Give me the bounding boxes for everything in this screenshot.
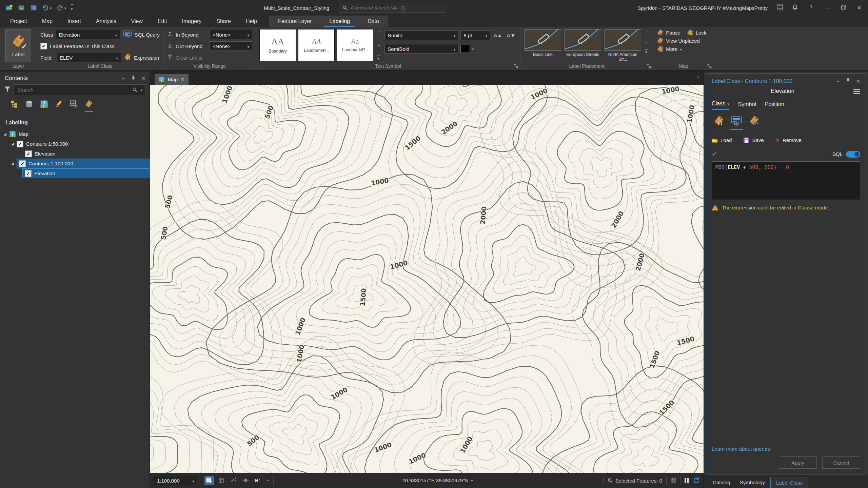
text-style-landform[interactable]: AA Landform/P... (298, 29, 335, 61)
text-color-swatch[interactable] (460, 45, 470, 53)
apply-button[interactable]: Apply (779, 456, 817, 469)
coordinates-readout[interactable]: 20.9330157°E 39.8800979°N (277, 477, 600, 484)
scale-range-icon[interactable] (748, 116, 760, 130)
undo-dropdown-icon[interactable] (50, 5, 52, 11)
gallery-expand-icon[interactable] (377, 56, 380, 61)
map-group-launcher-icon[interactable] (707, 64, 712, 68)
gallery-down-icon[interactable]: ⌄ (377, 43, 380, 47)
learn-more-link[interactable]: Learn more about queries (712, 446, 860, 452)
search-options-icon[interactable] (140, 87, 142, 93)
map-view-tab[interactable]: Map (155, 74, 189, 85)
sql-query-button[interactable]: SQL Query (135, 32, 160, 38)
minimize-button[interactable]: — (824, 5, 832, 11)
more-button[interactable]: More (657, 45, 706, 52)
tab-class[interactable]: Class (712, 101, 729, 110)
label-features-checkbox[interactable] (40, 43, 47, 49)
list-by-selection-icon[interactable] (40, 100, 48, 112)
tree-item-contours-100k[interactable]: Contours 1:100,000 (0, 159, 150, 168)
contents-pin-icon[interactable] (131, 75, 136, 82)
tab-symbology[interactable]: Symbology (736, 477, 769, 488)
close-button[interactable] (855, 5, 863, 11)
contents-search-input[interactable] (17, 87, 130, 93)
tab-symbol[interactable]: Symbol (738, 101, 756, 110)
pro-license-icon[interactable] (776, 4, 783, 12)
tab-analysis[interactable]: Analysis (88, 16, 124, 27)
field-dropdown[interactable]: ELEV (57, 53, 121, 62)
save-project-icon[interactable] (30, 4, 37, 12)
label-toggle-button[interactable]: ✓ Label (5, 29, 31, 62)
pause-labeling-button[interactable]: Pause (657, 29, 680, 36)
status-more-chevron-icon[interactable] (265, 477, 270, 484)
layer-checkbox[interactable] (17, 141, 23, 147)
notifications-icon[interactable] (792, 4, 798, 12)
expression-button[interactable]: Expression (134, 55, 159, 61)
out-beyond-dropdown[interactable]: <None> (210, 41, 252, 51)
tab-labeling[interactable]: Labeling (321, 16, 359, 27)
panel-options-icon[interactable] (853, 89, 860, 94)
text-symbol-launcher-icon[interactable] (513, 64, 518, 68)
view-unplaced-button[interactable]: View Unplaced (657, 37, 706, 44)
command-search[interactable] (339, 3, 446, 13)
lock-labels-button[interactable]: Lock (687, 29, 707, 36)
snapping-icon[interactable] (241, 476, 251, 485)
placement-expand-icon[interactable] (645, 49, 648, 54)
layer-checkbox[interactable] (19, 160, 26, 167)
contents-menu-chevron-icon[interactable] (121, 76, 125, 81)
placement-european-streets[interactable]: European Streets (564, 29, 602, 57)
view-list-chevron-icon[interactable] (696, 74, 700, 80)
tree-item-contours-50k[interactable]: Contours 1:50,000 (0, 139, 150, 149)
tab-insert[interactable]: Insert (60, 16, 88, 27)
expand-icon[interactable] (11, 162, 14, 165)
tab-help[interactable]: Help (238, 16, 264, 27)
increase-font-icon[interactable]: A▲ (492, 33, 504, 38)
list-by-labeling-icon[interactable] (85, 100, 93, 112)
full-extent-icon[interactable] (204, 476, 214, 485)
tab-catalog[interactable]: Catalog (709, 477, 734, 488)
tab-view[interactable]: View (124, 16, 150, 27)
class-dropdown[interactable]: Elevation (56, 30, 120, 39)
list-by-data-source-icon[interactable] (25, 100, 33, 112)
close-view-icon[interactable] (181, 77, 184, 82)
new-project-icon[interactable] (5, 4, 13, 12)
label-class-checkbox[interactable] (25, 150, 32, 157)
expand-icon[interactable] (3, 133, 6, 136)
list-by-editing-icon[interactable] (55, 100, 63, 112)
restore-button[interactable] (841, 4, 846, 11)
panel-pin-icon[interactable] (845, 78, 851, 84)
edit-vertices-icon[interactable] (229, 476, 238, 485)
redo-dropdown-icon[interactable] (64, 5, 66, 11)
refresh-icon[interactable] (693, 477, 699, 485)
tab-share[interactable]: Share (209, 16, 238, 27)
tab-project[interactable]: Project (3, 16, 35, 27)
font-dropdown[interactable]: Nunito (384, 30, 458, 40)
placement-down-icon[interactable]: ⌄ (645, 39, 648, 44)
gallery-up-icon[interactable]: ⌃ (377, 30, 380, 34)
tab-imagery[interactable]: Imagery (174, 16, 209, 27)
pause-drawing-icon[interactable] (685, 478, 689, 483)
load-expression-button[interactable]: Load (712, 137, 732, 143)
cancel-button[interactable]: Cancel (822, 456, 860, 469)
tree-item-map[interactable]: Map (0, 129, 150, 139)
language-expression-icon[interactable]: [] (713, 116, 725, 130)
label-placement-launcher-icon[interactable] (646, 64, 651, 68)
label-class-checkbox[interactable] (25, 170, 32, 177)
clear-limits-button[interactable]: Clear Limits (176, 55, 202, 61)
expand-icon[interactable] (11, 142, 14, 145)
decrease-font-icon[interactable]: A▼ (506, 33, 517, 38)
placement-north-american[interactable]: North American Str... (604, 29, 642, 62)
tree-item-elevation-100k[interactable]: Elevation (0, 168, 150, 178)
grid-icon[interactable] (217, 476, 226, 485)
font-size-dropdown[interactable]: 8 pt (460, 30, 490, 40)
contents-close-icon[interactable] (141, 76, 145, 81)
command-search-input[interactable] (350, 5, 442, 11)
tab-edit[interactable]: Edit (150, 16, 175, 27)
list-by-snapping-icon[interactable] (70, 100, 78, 112)
font-style-dropdown[interactable]: SemiBold (384, 44, 458, 54)
help-icon[interactable]: ? (807, 5, 815, 11)
list-by-drawing-order-icon[interactable] (10, 100, 18, 112)
north-arrow-icon[interactable]: N (253, 476, 263, 485)
tab-label-class[interactable]: Label Class (770, 477, 808, 488)
map-canvas[interactable]: 1000100010005001000200015001000500200020… (150, 85, 704, 473)
panel-menu-chevron-icon[interactable] (836, 79, 840, 84)
placement-up-icon[interactable]: ⌃ (645, 30, 648, 34)
